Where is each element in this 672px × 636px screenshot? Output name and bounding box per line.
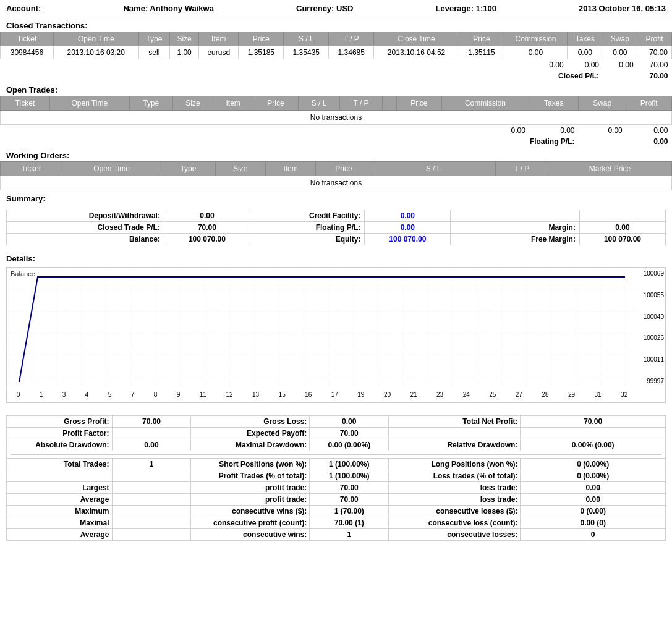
relative-drawdown-value: 0.00% (0.00) xyxy=(521,439,666,451)
cell-close-time: 2013.10.16 04:52 xyxy=(374,46,459,59)
closed-transactions-header: Ticket Open Time Type Size Item Price S … xyxy=(1,32,672,46)
stats-row-10: Average consecutive wins: 1 consecutive … xyxy=(7,529,666,541)
x-tick: 3 xyxy=(62,391,66,398)
x-tick: 7 xyxy=(131,391,135,398)
average-profit-trade-value: 70.00 xyxy=(310,494,389,506)
total-net-profit-label: Total Net Profit: xyxy=(389,416,521,428)
stats-row-1: Gross Profit: 70.00 Gross Loss: 0.00 Tot… xyxy=(7,416,666,428)
profit-factor-value xyxy=(112,428,191,439)
x-tick: 29 xyxy=(568,391,575,398)
average-loss-trade-value: 0.00 xyxy=(521,494,666,506)
total-trades-value: 1 xyxy=(112,459,191,470)
summary-row-2: Closed Trade P/L: 70.00 Floating P/L: 0.… xyxy=(7,222,666,234)
closed-transactions-table: Ticket Open Time Type Size Item Price S … xyxy=(0,32,672,82)
cell-taxes: 0.00 xyxy=(568,46,603,59)
y-label-5: 100011 xyxy=(639,356,664,363)
floating-pl-value: 0.00 xyxy=(365,222,451,234)
largest-loss-trade-value: 0.00 xyxy=(521,482,666,494)
deposit-value: 0.00 xyxy=(164,210,250,222)
col-tp: T / P xyxy=(329,32,374,46)
credit-label: Credit Facility: xyxy=(250,210,364,222)
short-positions-label: Short Positions (won %): xyxy=(191,459,310,470)
col-type: Type xyxy=(161,162,215,176)
subtotal-row: 0.00 0.00 0.00 70.00 xyxy=(1,59,672,71)
leverage-info: Leverage: 1:100 xyxy=(436,4,496,13)
col-sl: S / L xyxy=(372,162,495,176)
chart-svg xyxy=(7,268,637,387)
no-transactions-text: No transactions xyxy=(1,111,672,125)
cell-profit: 70.00 xyxy=(637,46,672,59)
col-type: Type xyxy=(129,96,172,111)
x-tick: 0 xyxy=(17,391,20,398)
col-size: Size xyxy=(172,96,213,111)
y-label-6: 99997 xyxy=(639,378,664,384)
account-label: Account: xyxy=(6,4,41,13)
cell-commission: 0.00 xyxy=(504,46,567,59)
absolute-drawdown-value: 0.00 xyxy=(112,439,191,451)
working-no-transactions-row: No transactions xyxy=(1,176,672,190)
col-open-time: Open Time xyxy=(50,96,130,111)
largest-loss-trade-label: loss trade: xyxy=(389,482,521,494)
stats-row-8: Maximum consecutive wins ($): 1 (70.00) … xyxy=(7,506,666,517)
leverage-value: 1:100 xyxy=(476,4,496,13)
x-tick: 12 xyxy=(226,391,232,398)
maximal-consecutive-profit-label: consecutive profit (count): xyxy=(191,517,310,529)
stats-row-2: Profit Factor: Expected Payoff: 70.00 xyxy=(7,428,666,439)
currency-label: Currency: xyxy=(296,4,334,13)
x-tick: 8 xyxy=(154,391,158,398)
name-label: Name: xyxy=(123,4,148,13)
cell-price: 1.35185 xyxy=(239,46,284,59)
name-value: Anthony Waikwa xyxy=(150,4,214,13)
x-tick: 13 xyxy=(252,391,259,398)
gross-loss-value: 0.00 xyxy=(310,416,389,428)
equity-label: Equity: xyxy=(250,234,364,245)
open-trades-table: Ticket Open Time Type Size Item Price S … xyxy=(0,96,672,147)
open-subtotal-taxes: 0.00 xyxy=(529,125,579,137)
max-consecutive-wins-label: consecutive wins ($): xyxy=(191,506,310,517)
col-type: Type xyxy=(138,32,169,46)
name-info: Name: Anthony Waikwa xyxy=(123,4,213,13)
y-label-4: 100026 xyxy=(639,334,664,341)
max-consecutive-losses-label: consecutive losses ($): xyxy=(389,506,521,517)
x-tick: 16 xyxy=(305,391,312,398)
working-orders-title: Working Orders: xyxy=(0,147,672,161)
cell-open-time: 2013.10.16 03:20 xyxy=(53,46,138,59)
col-size: Size xyxy=(215,162,265,176)
x-tick: 21 xyxy=(410,391,417,398)
subtotal-taxes: 0.00 xyxy=(568,59,603,71)
gross-profit-value: 70.00 xyxy=(112,416,191,428)
loss-trades-value: 0 (0.00%) xyxy=(521,470,666,482)
col-open-time: Open Time xyxy=(62,162,161,176)
col-open-time: Open Time xyxy=(53,32,138,46)
expected-payoff-value: 70.00 xyxy=(310,428,389,439)
cell-sl: 1.35435 xyxy=(284,46,329,59)
col-ticket: Ticket xyxy=(1,96,50,111)
closed-pl-row: Closed P/L: 70.00 xyxy=(1,70,672,82)
maximal-consecutive-loss-label: consecutive loss (count): xyxy=(389,517,521,529)
total-trades-label: Total Trades: xyxy=(7,459,113,470)
x-tick: 28 xyxy=(542,391,548,398)
x-tick: 15 xyxy=(279,391,286,398)
average2-label: Average xyxy=(7,529,113,541)
floating-pl-label: Floating P/L: xyxy=(1,136,579,147)
stats-row-4: Total Trades: 1 Short Positions (won %):… xyxy=(7,459,666,470)
col-price: Price xyxy=(239,32,284,46)
y-label-3: 100040 xyxy=(639,313,664,320)
free-margin-label: Free Margin: xyxy=(451,234,580,245)
stats-row-9: Maximal consecutive profit (count): 70.0… xyxy=(7,517,666,529)
col-profit: Profit xyxy=(637,32,672,46)
avg-consecutive-wins-label: consecutive wins: xyxy=(191,529,310,541)
subtotal-swap: 0.00 xyxy=(603,59,637,71)
svg-rect-0 xyxy=(7,268,637,387)
col-price: Price xyxy=(316,162,372,176)
stats-row-3: Absolute Drawdown: 0.00 Maximal Drawdown… xyxy=(7,439,666,451)
col-tp: T / P xyxy=(340,96,382,111)
x-tick: 4 xyxy=(85,391,89,398)
subtotal-commission: 0.00 xyxy=(504,59,567,71)
account-info: Account: xyxy=(6,4,41,13)
no-transactions-row: No transactions xyxy=(1,111,672,125)
maximal-consecutive-loss-value: 0.00 (0) xyxy=(521,517,666,529)
col-item: Item xyxy=(213,96,253,111)
profit-factor-label: Profit Factor: xyxy=(7,428,113,439)
max-consecutive-losses-value: 0 (0.00) xyxy=(521,506,666,517)
